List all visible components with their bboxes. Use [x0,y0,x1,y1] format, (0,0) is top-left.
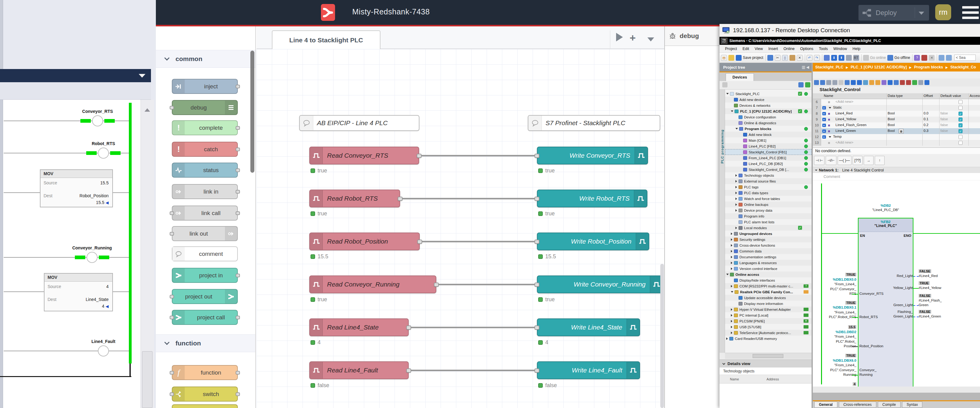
paste-icon[interactable] [789,55,795,61]
input-port[interactable] [535,154,539,158]
output-port[interactable] [235,126,240,130]
breadcrumb-item[interactable]: PLC_1 [CPU 1212C AC/DC/Rly] [851,65,907,69]
tab-scroll-right-icon[interactable] [616,33,623,41]
var-datatype[interactable]: Bool [888,111,895,115]
workspace-scrollbar-thumb[interactable] [660,264,664,408]
column-header[interactable]: Accessible [970,94,980,98]
cross-references-icon[interactable]: ✕ [929,55,935,61]
contact-icon[interactable] [86,252,97,263]
tree-item[interactable]: Online & diagnostics [725,120,811,126]
menu-tools[interactable]: Tools [819,47,828,51]
flow-canvas[interactable]: AB EIP/CIP - Line 4 PLCS7 Profinet - Sta… [256,49,664,408]
mov-instruction-block[interactable]: MOVSource4DestLine4_State4 ◀ [44,273,113,311]
output-port[interactable] [235,371,240,375]
tree-item[interactable]: PLC alarm text lists [725,219,811,225]
tree-item[interactable]: PLC tags [725,184,811,190]
collapse-icon[interactable] [735,128,738,129]
tree-item[interactable]: Realtek PCIe GBE Family Con... [725,289,811,295]
deploy-caret-icon[interactable] [919,12,924,15]
var-name[interactable]: Line4_Yellow [835,117,856,121]
expand-icon[interactable] [731,320,732,322]
open-project-icon[interactable] [729,55,734,61]
scroll-up-icon[interactable] [145,108,150,112]
menu-online[interactable]: Online [784,47,795,51]
tree-item[interactable]: Program info [725,213,811,219]
tree-item[interactable]: Languages & resources [725,260,811,266]
lad-network-canvas[interactable]: %FB2 "Line4_PLC" EN ENO %DB2 "Line4_PLC_… [813,180,980,387]
copy-icon[interactable]: ▯ [782,55,788,61]
expand-icon[interactable] [731,314,732,317]
var-name[interactable]: <Add new> [835,140,853,144]
lad-button-close-branch[interactable]: ↑ [875,156,885,165]
datatype-picker-button[interactable]: ▦ [899,129,904,133]
menu-insert[interactable]: Insert [768,47,778,51]
tree-item[interactable]: Device configuration [725,114,811,120]
palette-node-partial[interactable] [172,404,238,408]
inspector-tab-syntax[interactable]: Syntax [902,402,923,408]
editor-tool-icon[interactable] [888,80,892,85]
inspector-tab-compile[interactable]: Compile [878,402,900,408]
collapse-icon[interactable] [731,110,733,112]
expand-icon[interactable] [731,244,732,247]
breadcrumb-item[interactable]: Stacklight_PLC [815,65,843,69]
expand-icon[interactable] [731,262,732,264]
editor-tool-icon[interactable] [845,80,850,85]
table-row[interactable]: 12▸Temp [813,134,980,140]
flow-node-write[interactable]: Write Conveyor_Running [537,275,663,293]
expand-icon[interactable] [731,250,732,252]
flow-node-read[interactable]: Read Conveyor_Running [309,275,436,293]
palette-node-project in[interactable]: project in [172,268,238,283]
inspector-tab-general[interactable]: General [814,402,837,408]
comment-node[interactable]: AB EIP/CIP - Line 4 PLC [299,115,420,131]
var-datatype[interactable]: Bool [888,117,895,121]
editor-tool-icon[interactable] [863,80,868,85]
output-port[interactable] [235,168,240,172]
tree-item[interactable]: Program blocks [725,126,811,132]
accessible-checkbox[interactable] [959,106,963,110]
var-default[interactable]: false [940,117,948,121]
output-port[interactable] [235,190,240,194]
editor-tool-icon[interactable] [881,80,886,85]
flow-node-write[interactable]: Write Robot_RTS [537,190,648,207]
tree-item[interactable]: Common data [725,248,811,254]
tree-toolbar-icon[interactable] [722,82,727,87]
var-datatype[interactable]: Bool [888,123,895,127]
expand-icon[interactable] [726,337,728,340]
lad-button-open-branch[interactable]: → [864,156,873,165]
palette-node-inject[interactable]: inject [172,79,238,94]
ladder-scrollbar[interactable] [140,100,154,408]
tree-item[interactable]: Update accessible devices [725,295,811,301]
palette-node-debug[interactable]: debug [172,100,238,115]
accessible-devices-icon[interactable]: ? [914,55,920,61]
network-header[interactable]: Network 1: Line 4 Stacklight Control [813,167,980,173]
tree-item[interactable]: Stacklight_PLC✓ [725,91,811,97]
output-port[interactable] [235,148,240,151]
input-port[interactable] [535,240,539,244]
table-row[interactable]: 11▸Line4_GreenBool▦0.3false✓ [813,128,980,134]
var-name[interactable]: <Add new> [835,100,853,103]
palette-node-project call[interactable]: project call [172,310,238,325]
lad-button-coil[interactable]: —( )— [838,156,851,165]
palette-section-header-common[interactable]: common [156,50,255,68]
accessible-checkbox[interactable]: ✓ [959,112,963,116]
deploy-button[interactable]: Deploy [859,5,929,21]
menu-project[interactable]: Project [725,47,737,51]
menu-edit[interactable]: Edit [743,47,749,51]
collapse-icon[interactable] [829,136,831,138]
editor-tool-icon[interactable] [918,80,923,85]
editor-tool-icon[interactable] [912,80,917,85]
input-port[interactable] [535,197,539,201]
flow-tab[interactable]: Line 4 to Stacklight PLC [272,30,380,49]
output-port[interactable] [406,368,411,373]
tree-item[interactable]: Device proxy data [725,207,811,213]
expand-icon[interactable] [735,198,737,200]
input-port[interactable] [170,232,174,236]
download-to-device-icon[interactable]: ⬇ [831,55,837,61]
palette-node-comment[interactable]: comment [172,246,238,261]
output-port[interactable] [235,316,240,319]
tree-toolbar-icon[interactable] [805,82,810,87]
collapse-icon[interactable] [731,291,733,293]
comment-node[interactable]: S7 Profinet - Stacklight PLC [528,115,660,131]
upload-from-device-icon[interactable]: ⬆ [838,55,845,61]
details-view-header[interactable]: Details view [719,360,811,368]
